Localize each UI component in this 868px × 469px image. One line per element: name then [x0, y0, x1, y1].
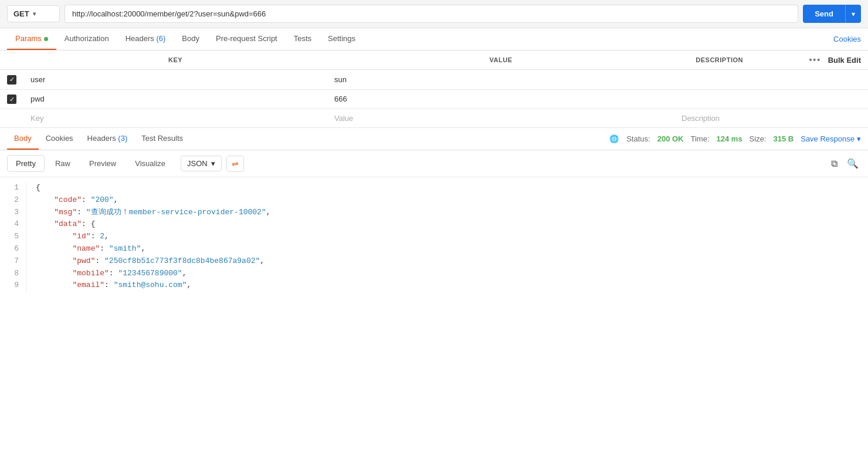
code-actions: ⧉ 🔍 [829, 156, 861, 171]
three-dots-icon[interactable]: ••• [804, 55, 826, 65]
save-response-chevron-icon: ▾ [857, 134, 861, 143]
row1-extra-cell [764, 70, 868, 90]
row2-checkbox[interactable]: ✓ [7, 95, 16, 104]
tab-prerequest-label: Pre-request Script [216, 34, 277, 43]
params-table: KEY VALUE DESCRIPTION ••• Bulk Edit ✓ us… [0, 50, 868, 128]
save-response-button[interactable]: Save Response ▾ [801, 134, 861, 143]
code-tab-raw[interactable]: Raw [47, 156, 79, 171]
resp-tab-cookies-label: Cookies [46, 134, 73, 143]
row1-checkbox[interactable]: ✓ [7, 75, 16, 85]
resp-tab-test-results[interactable]: Test Results [134, 128, 190, 150]
search-button[interactable]: 🔍 [845, 156, 861, 171]
row2-extra-cell [764, 89, 868, 109]
line-num-3: 3 [7, 207, 19, 219]
status-area: 🌐 Status: 200 OK Time: 124 ms Size: 315 … [609, 134, 861, 144]
line-num-4: 4 [7, 218, 19, 231]
params-dot [44, 37, 48, 41]
code-tab-visualize[interactable]: Visualize [127, 156, 174, 171]
tab-body-label: Body [182, 34, 199, 43]
tab-settings[interactable]: Settings [320, 28, 364, 50]
table-row: ✓ pwd 666 [0, 89, 868, 109]
row1-desc-cell[interactable] [674, 70, 764, 90]
time-value: 124 ms [717, 134, 742, 143]
format-selector[interactable]: JSON ▾ [181, 156, 222, 171]
row1-value-cell[interactable]: sun [327, 70, 674, 90]
code-line-4: "data": { [36, 218, 859, 231]
placeholder-value-cell[interactable]: Value [327, 109, 674, 128]
resp-tab-body-label: Body [14, 134, 32, 143]
line-num-5: 5 [7, 231, 19, 243]
code-line-7: "pwd": "250cf8b51c773f3f8dc8b4be867a9a02… [36, 255, 859, 268]
placeholder-value-label: Value [334, 114, 353, 123]
resp-tab-body[interactable]: Body [7, 128, 39, 150]
key-col-header: KEY [23, 50, 327, 70]
tab-authorization-label: Authorization [65, 34, 109, 43]
status-label: Status: [626, 134, 650, 143]
resp-tab-headers[interactable]: Headers (3) [80, 128, 135, 150]
row2-desc-cell[interactable] [674, 89, 764, 109]
code-tab-pretty[interactable]: Pretty [7, 155, 45, 172]
code-line-1: { [36, 182, 859, 194]
code-line-8: "mobile": "123456789000", [36, 268, 859, 280]
status-value: 200 OK [657, 134, 684, 143]
send-dropdown-button[interactable]: ▾ [845, 5, 861, 23]
resp-headers-count: (3) [118, 134, 127, 143]
code-tab-preview[interactable]: Preview [81, 156, 124, 171]
code-view-tabs: Pretty Raw Preview Visualize JSON ▾ ⇌ ⧉ … [0, 150, 868, 177]
code-line-3: "msg": "查询成功！member-service-provider-100… [36, 207, 859, 219]
format-chevron-icon: ▾ [211, 159, 215, 168]
row2-param-value: 666 [334, 95, 347, 103]
line-num-6: 6 [7, 243, 19, 255]
size-value: 315 B [774, 134, 794, 143]
description-col-header: DESCRIPTION [674, 50, 764, 70]
line-num-2: 2 [7, 194, 19, 207]
placeholder-key-cell[interactable]: Key [23, 109, 327, 128]
line-num-9: 9 [7, 279, 19, 292]
code-content: { "code": "200", "msg": "查询成功！member-ser… [26, 182, 868, 292]
code-line-5: "id": 2, [36, 231, 859, 243]
tab-headers[interactable]: Headers (6) [117, 28, 174, 50]
line-numbers: 1 2 3 4 5 6 7 8 9 [0, 182, 26, 292]
row1-checkbox-cell[interactable]: ✓ [0, 70, 23, 90]
url-input[interactable] [65, 5, 798, 23]
code-line-6: "name": "smith", [36, 243, 859, 255]
response-tabs: Body Cookies Headers (3) Test Results 🌐 … [0, 128, 868, 150]
copy-button[interactable]: ⧉ [829, 156, 840, 171]
tab-body[interactable]: Body [174, 28, 208, 50]
row2-checkbox-cell[interactable]: ✓ [0, 89, 23, 109]
code-line-2: "code": "200", [36, 194, 859, 207]
bulk-edit-button[interactable]: Bulk Edit [828, 56, 861, 65]
placeholder-extra-cell [764, 109, 868, 128]
table-row-placeholder: Key Value Description [0, 109, 868, 128]
globe-icon: 🌐 [609, 134, 619, 144]
method-selector[interactable]: GET ▾ [7, 5, 60, 22]
placeholder-desc-label: Description [681, 114, 720, 123]
row2-key-cell[interactable]: pwd [23, 89, 327, 109]
tab-headers-label: Headers [126, 34, 157, 43]
tab-params[interactable]: Params [7, 28, 56, 50]
resp-tab-cookies[interactable]: Cookies [39, 128, 80, 150]
row2-key-value: pwd [30, 95, 45, 103]
bulk-edit-col-header: ••• Bulk Edit [764, 50, 868, 70]
code-area: 1 2 3 4 5 6 7 8 9 { "code": "200", "msg"… [0, 177, 868, 296]
tab-prerequest[interactable]: Pre-request Script [208, 28, 286, 50]
size-label: Size: [750, 134, 767, 143]
method-chevron-icon: ▾ [33, 11, 36, 17]
row1-param-value: sun [334, 75, 347, 84]
method-label: GET [13, 9, 29, 18]
tab-tests[interactable]: Tests [286, 28, 320, 50]
row1-key-cell[interactable]: user [23, 70, 327, 90]
placeholder-checkbox-cell [0, 109, 23, 128]
row2-value-cell[interactable]: 666 [327, 89, 674, 109]
checkbox-col-header [0, 50, 23, 70]
tab-tests-label: Tests [294, 34, 311, 43]
tab-params-label: Params [15, 34, 42, 43]
tab-settings-label: Settings [328, 34, 355, 43]
placeholder-desc-cell[interactable]: Description [674, 109, 764, 128]
cookies-link[interactable]: Cookies [833, 29, 861, 49]
send-button[interactable]: Send [803, 5, 845, 23]
tab-headers-count: (6) [156, 34, 165, 43]
tab-authorization[interactable]: Authorization [56, 28, 117, 50]
wrap-button[interactable]: ⇌ [226, 156, 244, 172]
placeholder-key-label: Key [30, 114, 43, 123]
